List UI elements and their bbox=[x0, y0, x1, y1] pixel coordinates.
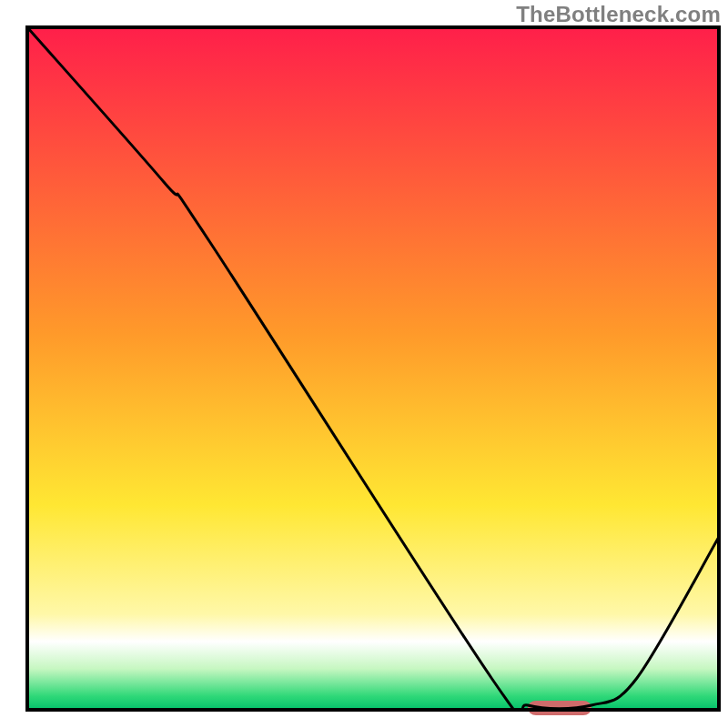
watermark-text: TheBottleneck.com bbox=[516, 2, 721, 27]
chart-background bbox=[27, 27, 719, 710]
chart-svg bbox=[0, 0, 728, 728]
chart-canvas: TheBottleneck.com bbox=[0, 0, 728, 728]
